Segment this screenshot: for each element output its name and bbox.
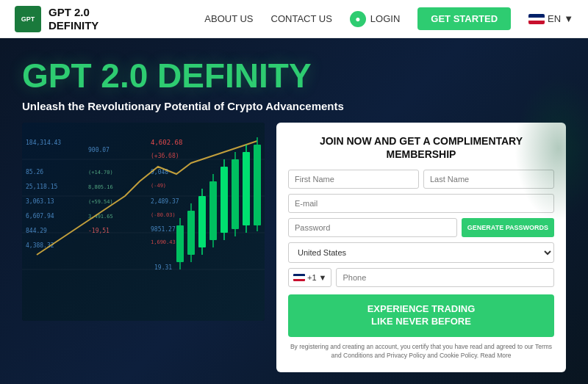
nav-contact[interactable]: CONTACT US <box>271 13 332 24</box>
svg-text:-19,51: -19,51 <box>88 228 110 234</box>
svg-text:3,063.13: 3,063.13 <box>26 198 54 205</box>
phone-input[interactable] <box>336 268 554 287</box>
chart-background: 184,314.43 85.26 25,118.15 3,063.13 6,60… <box>22 123 265 321</box>
registration-form: JOIN NOW AND GET A COMPLIMENTARY MEMBERS… <box>276 123 566 372</box>
email-input[interactable] <box>288 194 554 213</box>
get-started-button[interactable]: GET STARTED <box>417 7 511 30</box>
hero-title: GPT 2.0 DEFINITY <box>22 59 566 93</box>
svg-text:(+59.54): (+59.54) <box>88 199 113 205</box>
svg-text:(+14.70): (+14.70) <box>88 170 113 175</box>
last-name-input[interactable] <box>423 170 554 189</box>
first-name-input[interactable] <box>288 170 419 189</box>
chevron-down-icon: ▼ <box>564 13 573 24</box>
svg-text:184,314.43: 184,314.43 <box>26 140 61 146</box>
svg-text:6,607.94: 6,607.94 <box>26 213 54 220</box>
svg-text:(-49): (-49) <box>151 183 166 189</box>
svg-text:1,690.43: 1,690.43 <box>151 239 176 245</box>
svg-text:8,805.16: 8,805.16 <box>88 184 113 190</box>
generate-passwords-button[interactable]: GENERATE PASSWORDS <box>462 218 554 237</box>
trading-chart-image: 184,314.43 85.26 25,118.15 3,063.13 6,60… <box>22 123 265 321</box>
svg-text:844.29: 844.29 <box>26 228 47 234</box>
svg-text:(-80.03): (-80.03) <box>151 212 176 218</box>
nav-about[interactable]: ABOUT US <box>204 13 253 24</box>
svg-text:25,118.15: 25,118.15 <box>26 184 58 190</box>
svg-text:85.26: 85.26 <box>26 169 43 175</box>
svg-text:900.07: 900.07 <box>88 147 110 153</box>
country-select[interactable]: United States <box>288 242 554 263</box>
svg-text:9851.27: 9851.27 <box>151 226 176 233</box>
form-title: JOIN NOW AND GET A COMPLIMENTARY MEMBERS… <box>288 134 554 161</box>
password-row: GENERATE PASSWORDS <box>288 218 554 237</box>
content-row: 184,314.43 85.26 25,118.15 3,063.13 6,60… <box>22 123 566 372</box>
logo-name: GPT 2.0DEFINITY <box>49 6 98 32</box>
chevron-down-icon: ▼ <box>319 273 327 282</box>
svg-text:(+36.68): (+36.68) <box>151 153 179 159</box>
header: GPT GPT 2.0DEFINITY ABOUT US CONTACT US … <box>0 0 588 38</box>
main-section: GPT 2.0 DEFINITY Unleash the Revolutiona… <box>0 38 588 384</box>
svg-text:19.31: 19.31 <box>154 264 172 271</box>
logo-area: GPT GPT 2.0DEFINITY <box>15 6 98 32</box>
user-icon: ● <box>350 11 366 27</box>
flag-icon <box>528 14 545 24</box>
logo-text: GPT 2.0DEFINITY <box>49 6 98 32</box>
phone-row: +1 ▼ <box>288 268 554 287</box>
flag-small-icon <box>293 274 305 281</box>
disclaimer-text: By registering and creating an account, … <box>288 343 554 361</box>
svg-text:2,489.37: 2,489.37 <box>151 198 179 205</box>
hero-subtitle: Unleash the Revolutionary Potential of C… <box>22 100 566 112</box>
country-code-selector[interactable]: +1 ▼ <box>288 268 331 287</box>
name-row <box>288 170 554 189</box>
email-row <box>288 194 554 213</box>
cta-button[interactable]: EXPERIENCE TRADING LIKE NEVER BEFORE <box>288 294 554 337</box>
nav: ABOUT US CONTACT US ● LOGIN GET STARTED … <box>204 7 573 30</box>
svg-text:4,602.68: 4,602.68 <box>151 139 182 146</box>
password-input[interactable] <box>288 218 457 237</box>
logo-icon: GPT <box>15 6 41 32</box>
language-selector[interactable]: EN ▼ <box>528 13 573 24</box>
login-button[interactable]: ● LOGIN <box>350 11 400 27</box>
